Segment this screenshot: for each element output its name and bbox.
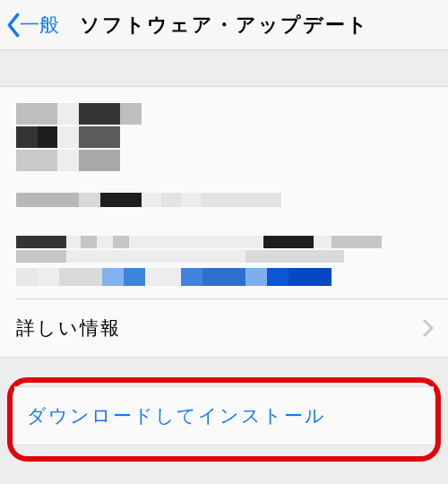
back-label: 一般	[20, 12, 59, 39]
download-install-button[interactable]: ダウンロードしてインストール	[14, 386, 434, 445]
page-title: ソフトウェア・アップデート	[80, 12, 369, 39]
release-notes-redacted	[0, 87, 448, 298]
spacer	[0, 358, 448, 377]
spacer	[0, 50, 448, 86]
chevron-right-icon	[423, 319, 434, 337]
highlight-annotation: ダウンロードしてインストール	[7, 377, 441, 462]
navbar: 一般 ソフトウェア・アップデート	[0, 0, 448, 50]
back-button[interactable]: 一般	[0, 0, 59, 49]
update-card: 詳しい情報	[0, 86, 448, 358]
more-info-row[interactable]: 詳しい情報	[0, 299, 448, 357]
more-info-label: 詳しい情報	[16, 315, 423, 341]
